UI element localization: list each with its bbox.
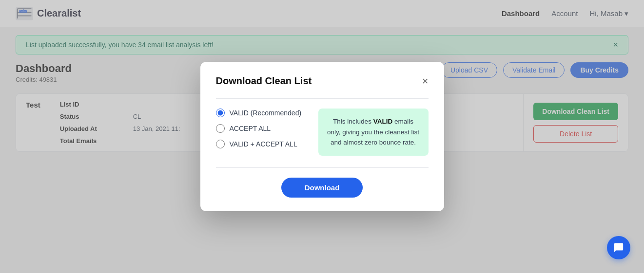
radio-valid-label: VALID (Recommended) <box>230 109 302 117</box>
radio-valid-accept-all[interactable] <box>216 140 225 148</box>
modal-options: VALID (Recommended) ACCEPT ALL VALID + A… <box>216 109 429 156</box>
tooltip-prefix: This includes <box>333 118 373 125</box>
radio-valid-accept-all-label: VALID + ACCEPT ALL <box>230 140 297 148</box>
modal-divider <box>216 98 429 99</box>
option-valid[interactable]: VALID (Recommended) <box>216 109 311 117</box>
modal-close-button[interactable]: × <box>422 76 429 87</box>
chat-icon <box>613 242 624 253</box>
chat-fab-button[interactable] <box>607 236 630 259</box>
tooltip-box: This includes VALID emails only, giving … <box>318 109 429 156</box>
option-accept-all[interactable]: ACCEPT ALL <box>216 124 311 133</box>
radio-valid[interactable] <box>216 109 225 117</box>
modal-title: Download Clean List <box>216 75 312 87</box>
modal-header: Download Clean List × <box>216 75 429 87</box>
download-button[interactable]: Download <box>281 178 363 198</box>
modal-footer: Download <box>216 167 429 198</box>
option-valid-accept-all[interactable]: VALID + ACCEPT ALL <box>216 140 311 148</box>
download-modal: Download Clean List × VALID (Recommended… <box>200 62 444 211</box>
tooltip-highlight: VALID <box>373 118 393 125</box>
radio-accept-all[interactable] <box>216 124 225 133</box>
options-list: VALID (Recommended) ACCEPT ALL VALID + A… <box>216 109 311 148</box>
radio-accept-all-label: ACCEPT ALL <box>230 125 271 132</box>
modal-overlay: Download Clean List × VALID (Recommended… <box>0 0 644 273</box>
